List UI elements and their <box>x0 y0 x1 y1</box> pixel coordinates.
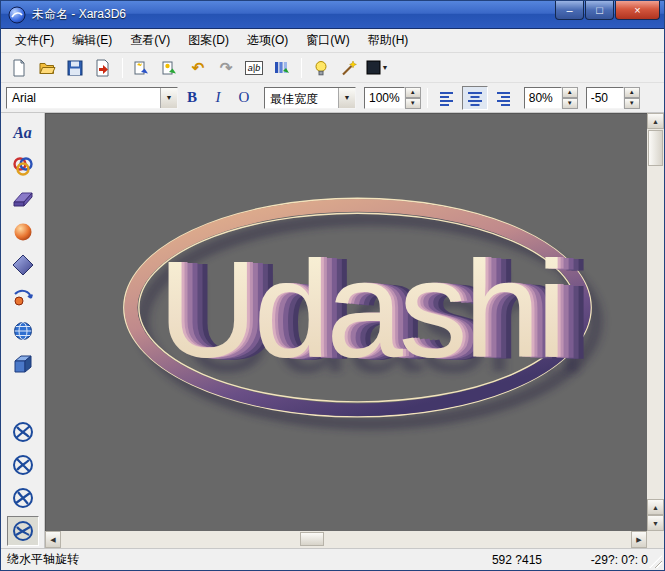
scroll-up-button-bottom[interactable]: ▲ <box>647 499 664 515</box>
text-entry-button[interactable]: a|b <box>241 56 267 80</box>
standard-toolbar: ↶ ↷ a|b ▼ <box>1 53 664 83</box>
undo-button[interactable]: ↶ <box>185 56 211 80</box>
tracking-spinner: 100% ▲ ▼ <box>364 87 421 109</box>
outline-button[interactable]: O <box>232 87 256 109</box>
align-left-icon <box>439 90 455 106</box>
scroll-right-button[interactable]: ▶ <box>631 531 647 548</box>
resize-grip[interactable] <box>649 555 662 568</box>
toolbar-separator <box>122 58 123 78</box>
spacing-value[interactable]: -50 <box>586 87 624 109</box>
rotate-x-button[interactable] <box>7 417 39 447</box>
minimize-button[interactable]: – <box>555 1 584 20</box>
rotate-y-icon <box>11 453 35 477</box>
rotate-horizontal-axis-button[interactable] <box>7 516 39 546</box>
font-family-select[interactable]: Arial ▼ <box>6 87 178 109</box>
animation-frames-icon <box>273 59 291 77</box>
spacing-down-button[interactable]: ▼ <box>624 98 640 109</box>
menu-file[interactable]: 文件(F) <box>7 29 62 52</box>
scroll-left-button[interactable]: ◀ <box>45 531 61 548</box>
menu-window[interactable]: 窗口(W) <box>298 29 357 52</box>
menu-pattern[interactable]: 图案(D) <box>180 29 237 52</box>
color-swatch-icon <box>366 60 381 75</box>
bold-button[interactable]: B <box>180 87 204 109</box>
status-hint: 绕水平轴旋转 <box>7 551 454 568</box>
main-area: Aa <box>1 113 664 548</box>
bevel-options-button[interactable] <box>7 184 39 214</box>
globe-icon <box>11 319 35 343</box>
rotate-z-button[interactable] <box>7 483 39 513</box>
new-document-button[interactable] <box>6 56 32 80</box>
animation-orbit-icon <box>11 286 35 310</box>
3d-text[interactable]: Udashi <box>158 234 563 387</box>
vertical-scroll-track[interactable] <box>647 167 664 499</box>
animation-options-button[interactable] <box>7 283 39 313</box>
color-swatch-button[interactable]: ▼ <box>364 56 390 80</box>
tracking-down-button[interactable]: ▼ <box>405 98 421 109</box>
texture-options-button[interactable] <box>7 151 39 181</box>
design-canvas[interactable]: Udashi Udashi Udashi Udashi Udashi Udash… <box>45 113 647 531</box>
maximize-icon: □ <box>596 4 603 16</box>
horizontal-scroll-track[interactable] <box>61 531 631 548</box>
maximize-button[interactable]: □ <box>585 1 614 20</box>
menu-help[interactable]: 帮助(H) <box>360 29 417 52</box>
align-center-button[interactable] <box>462 86 488 110</box>
width-dropdown-icon[interactable]: ▼ <box>338 88 355 108</box>
open-folder-icon <box>38 59 56 77</box>
titlebar[interactable]: 未命名 - Xara3D6 – □ × <box>1 1 664 29</box>
align-right-button[interactable] <box>490 86 516 110</box>
minimize-icon: – <box>566 4 572 16</box>
align-right-icon <box>495 90 511 106</box>
horizontal-scrollbar[interactable]: ◀ ▶ <box>45 531 647 548</box>
scroll-down-button[interactable]: ▼ <box>647 515 664 531</box>
font-dropdown-icon[interactable]: ▼ <box>160 88 177 108</box>
aspect-value[interactable]: 80% <box>524 87 562 109</box>
rotate-button-group <box>7 417 39 546</box>
aspect-spinner: 80% ▲ ▼ <box>524 87 578 109</box>
horizontal-scroll-thumb[interactable] <box>300 532 324 546</box>
preview-button[interactable] <box>308 56 334 80</box>
menu-edit[interactable]: 编辑(E) <box>64 29 120 52</box>
shadow-options-button[interactable] <box>7 250 39 280</box>
rotate-y-button[interactable] <box>7 450 39 480</box>
window-title: 未命名 - Xara3D6 <box>32 6 549 23</box>
text-entry-icon: a|b <box>245 61 263 75</box>
open-file-button[interactable] <box>34 56 60 80</box>
redo-button[interactable]: ↷ <box>213 56 239 80</box>
spacing-up-button[interactable]: ▲ <box>624 87 640 98</box>
color-options-button[interactable] <box>7 217 39 247</box>
window-controls: – □ × <box>555 1 660 28</box>
bevel-slab-icon <box>11 187 35 211</box>
viewer-options-button[interactable] <box>7 316 39 346</box>
undo-icon: ↶ <box>192 60 205 75</box>
align-left-button[interactable] <box>434 86 460 110</box>
close-button[interactable]: × <box>615 1 660 20</box>
text-options-button[interactable]: Aa <box>7 118 39 148</box>
scroll-up-button[interactable]: ▲ <box>647 113 664 129</box>
texture-rings-icon <box>11 154 35 178</box>
italic-button[interactable]: I <box>206 87 230 109</box>
width-mode-select[interactable]: 最佳宽度 ▼ <box>264 87 356 109</box>
menubar: 文件(F) 编辑(E) 查看(V) 图案(D) 选项(O) 窗口(W) 帮助(H… <box>1 29 664 53</box>
status-position: 592 ?415 <box>472 553 542 567</box>
wizard-button[interactable] <box>336 56 362 80</box>
app-window: 未命名 - Xara3D6 – □ × 文件(F) 编辑(E) 查看(V) 图案… <box>0 0 665 571</box>
menu-options[interactable]: 选项(O) <box>239 29 296 52</box>
export-button[interactable] <box>90 56 116 80</box>
extrusion-options-button[interactable] <box>7 349 39 379</box>
menu-view[interactable]: 查看(V) <box>122 29 178 52</box>
merge-animation-button[interactable] <box>157 56 183 80</box>
color-sphere-icon <box>11 220 35 244</box>
aspect-up-button[interactable]: ▲ <box>562 87 578 98</box>
lightbulb-icon <box>312 59 330 77</box>
toolbar-separator <box>301 58 302 78</box>
tracking-value[interactable]: 100% <box>364 87 405 109</box>
tracking-up-button[interactable]: ▲ <box>405 87 421 98</box>
vertical-scrollbar[interactable]: ▲ ▲ ▼ <box>647 113 664 531</box>
save-button[interactable] <box>62 56 88 80</box>
aspect-down-button[interactable]: ▼ <box>562 98 578 109</box>
text-options-icon: Aa <box>13 124 32 142</box>
vertical-scroll-thumb[interactable] <box>648 130 663 166</box>
animation-frames-button[interactable] <box>269 56 295 80</box>
toolbar-separator <box>427 88 428 108</box>
load-animation-button[interactable] <box>129 56 155 80</box>
